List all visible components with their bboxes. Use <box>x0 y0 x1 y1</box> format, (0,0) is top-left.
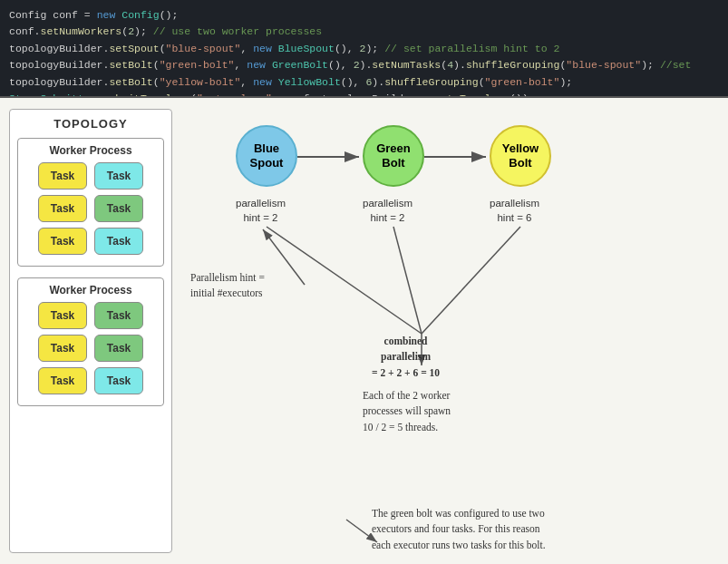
task-btn[interactable]: Task <box>38 335 87 362</box>
par-label-blue: parallelismhint = 2 <box>236 196 286 225</box>
topology-panel: TOPOLOGY Worker Process Task Task Task T… <box>9 109 172 553</box>
task-btn[interactable]: Task <box>38 162 87 190</box>
worker-box-2: Worker Process Task Task Task Task Task … <box>17 277 164 406</box>
task-row-2-1: Task Task <box>25 302 156 329</box>
combined-par-annotation: combinedparallelism= 2 + 2 + 6 = 10 <box>372 334 440 381</box>
par-hint-arrow <box>263 229 305 285</box>
worker-title-2: Worker Process <box>25 284 156 297</box>
blue-spout-node: BlueSpout <box>236 125 297 187</box>
task-btn[interactable]: Task <box>94 195 143 222</box>
task-row-2-3: Task Task <box>25 367 156 394</box>
task-btn[interactable]: Task <box>94 367 143 394</box>
task-btn[interactable]: Task <box>94 302 143 329</box>
task-row-2-2: Task Task <box>25 335 156 362</box>
par-label-green: parallelismhint = 2 <box>363 196 413 225</box>
topology-title: TOPOLOGY <box>17 117 164 131</box>
worker-title-1: Worker Process <box>25 144 156 157</box>
task-btn[interactable]: Task <box>94 335 143 362</box>
task-btn[interactable]: Task <box>38 302 87 329</box>
code-block: Config conf = new Config(); conf.setNumW… <box>0 0 728 98</box>
threads-annotation: Each of the 2 worker processes will spaw… <box>363 388 451 435</box>
task-row-1-3: Task Task <box>25 228 156 255</box>
task-row-1-1: Task Task <box>25 162 156 190</box>
worker-box-1: Worker Process Task Task Task Task Task … <box>17 138 164 267</box>
diagram-area: BlueSpout GreenBolt YellowBolt paralleli… <box>181 98 728 564</box>
main-area: TOPOLOGY Worker Process Task Task Task T… <box>0 98 728 564</box>
par-label-yellow: parallelismhint = 6 <box>490 196 539 225</box>
task-row-1-2: Task Task <box>25 195 156 222</box>
par-line-green <box>393 227 422 334</box>
task-btn[interactable]: Task <box>94 228 143 255</box>
par-line-yellow <box>422 227 520 334</box>
task-btn[interactable]: Task <box>94 162 143 190</box>
task-btn[interactable]: Task <box>38 195 87 222</box>
yellow-bolt-node: YellowBolt <box>490 125 551 187</box>
par-hint-annotation: Parallelism hint =initial #executors <box>190 270 265 302</box>
green-bolt-note: The green bolt was configured to use two… <box>372 506 546 553</box>
par-line-blue <box>267 227 422 334</box>
task-btn[interactable]: Task <box>38 367 87 394</box>
task-btn[interactable]: Task <box>38 228 87 255</box>
green-bolt-node: GreenBolt <box>363 125 424 187</box>
